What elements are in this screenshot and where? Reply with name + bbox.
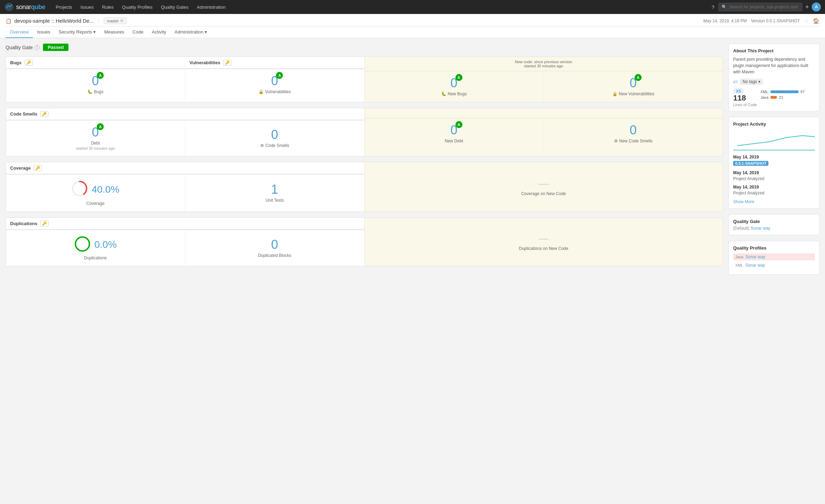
coverage-label: Coverage <box>86 201 104 206</box>
loc-row: XS 118 Lines of Code XML 97 Java 21 <box>733 88 815 107</box>
bugs-metric[interactable]: 0 A 🐛 Bugs <box>6 69 185 100</box>
code-smells-title: Code Smells <box>10 111 37 117</box>
new-bugs-icon: 🐛 <box>441 91 446 96</box>
qp-java-lang: Java <box>735 255 743 259</box>
tags-dropdown-icon: ▾ <box>758 79 760 84</box>
activity-item-version: May 14, 2019 0.0.1-SNAPSHOT <box>733 155 815 167</box>
new-vuln-label: 🔒 New Vulnerabilities <box>612 91 655 96</box>
dup-blocks-metric[interactable]: 0 Duplicated Blocks <box>185 230 364 266</box>
coverage-metric[interactable]: 40.0% Coverage <box>6 175 185 212</box>
quality-gate-row: Quality Gate ? Passed <box>6 44 723 51</box>
qp-xml-lang: XML <box>735 263 743 267</box>
debt-metric[interactable]: 0 A Debt started 30 minutes ago <box>6 120 185 156</box>
tab-measures[interactable]: Measures <box>100 27 128 38</box>
branch-settings-icon: ⚙ <box>120 18 124 23</box>
dup-blocks-label: Duplicated Blocks <box>258 253 291 258</box>
bugs-rating: A <box>97 72 104 79</box>
activity-date-2: May 14, 2019 <box>733 170 815 175</box>
new-code-banner-subtitle: started 30 minutes ago <box>367 64 720 68</box>
quality-gate-right: Quality Gate (Default) Sonar way <box>729 214 819 235</box>
new-debt-metric[interactable]: 0 A New Debt <box>365 118 544 149</box>
vuln-link-icon[interactable]: 🔑 <box>223 60 232 66</box>
new-vuln-metric[interactable]: 0 A 🔒 New Vulnerabilities <box>544 71 723 102</box>
activity-date-3: May 14, 2019 <box>733 185 815 190</box>
coverage-section: Coverage 🔑 <box>6 162 723 212</box>
dup-circle <box>74 236 91 253</box>
bugs-icon: 🐛 <box>87 89 93 94</box>
tab-issues[interactable]: Issues <box>33 27 54 38</box>
project-navigation: Overview Issues Security Reports ▾ Measu… <box>6 26 819 38</box>
search-input[interactable] <box>729 5 799 9</box>
tab-overview[interactable]: Overview <box>6 27 33 38</box>
help-icon[interactable]: ? <box>711 4 714 10</box>
about-title: About This Project <box>733 48 815 53</box>
quality-profiles-right: Quality Profiles Java Sonar way XML Sona… <box>729 241 819 275</box>
qg-right-title: Quality Gate <box>733 219 815 224</box>
new-code-banner-title: New code: since previous version <box>367 60 720 64</box>
unit-tests-metric[interactable]: 1 Unit Tests <box>185 175 364 212</box>
search-box[interactable]: 🔍 <box>718 3 802 11</box>
xml-lang-row: XML 97 <box>760 90 805 94</box>
dup-new-code[interactable]: — Duplications on New Code <box>519 233 568 251</box>
add-icon[interactable]: + <box>805 3 809 11</box>
unit-tests-label: Unit Tests <box>265 198 284 203</box>
code-smells-metric[interactable]: 0 ⚙ Code Smells <box>185 120 364 156</box>
vulnerabilities-metric[interactable]: 0 A 🔒 Vulnerabilities <box>185 69 364 100</box>
branch-badge[interactable]: master ⚙ <box>104 17 127 24</box>
duplications-section: Duplications 🔑 <box>6 217 723 266</box>
qp-xml-link[interactable]: Sonar way <box>745 263 765 268</box>
dup-link-icon[interactable]: 🔑 <box>40 221 49 227</box>
main-content: Quality Gate ? Passed Bugs 🔑 Vulnerabili… <box>0 38 825 280</box>
project-meta: 📋 devops-sample :: HelloWorld De... ⋮ ma… <box>6 14 819 26</box>
bugs-title: Bugs <box>10 60 22 65</box>
nav-administration[interactable]: Administration <box>194 5 229 10</box>
quality-gate-label: Quality Gate ? <box>6 45 39 50</box>
coverage-link-icon[interactable]: 🔑 <box>34 165 42 171</box>
coverage-new-code-label: Coverage on New Code <box>521 191 566 196</box>
coverage-new-code-value: — <box>521 178 566 189</box>
quality-gate-help[interactable]: ? <box>35 45 39 50</box>
nav-projects[interactable]: Projects <box>52 5 76 10</box>
nav-quality-gates[interactable]: Quality Gates <box>158 5 192 10</box>
debt-rating: A <box>97 123 104 130</box>
loc-label: Lines of Code <box>733 103 757 107</box>
quality-gate-status: Passed <box>43 44 69 51</box>
code-smells-label: ⚙ Code Smells <box>260 143 289 148</box>
vuln-icon: 🔒 <box>258 89 264 94</box>
tab-security-reports[interactable]: Security Reports ▾ <box>54 27 100 38</box>
logo[interactable]: sonarqube <box>4 2 45 12</box>
coverage-value: 40.0% <box>92 185 119 194</box>
duplications-title: Duplications <box>10 221 37 226</box>
activity-item-2: May 14, 2019 Project Analyzed <box>733 170 815 181</box>
new-code-smells-metric[interactable]: 0 ⚙ New Code Smells <box>544 118 723 149</box>
java-lang-count: 21 <box>779 95 783 99</box>
nav-issues[interactable]: Issues <box>77 5 97 10</box>
nav-quality-profiles[interactable]: Quality Profiles <box>118 5 156 10</box>
bugs-label: 🐛 Bugs <box>87 89 103 94</box>
xml-lang-label: XML <box>760 90 768 94</box>
coverage-circle <box>71 180 88 197</box>
activity-date-1: May 14, 2019 <box>733 155 815 160</box>
code-smells-link-icon[interactable]: 🔑 <box>40 111 49 117</box>
loc-value: 118 <box>733 94 757 103</box>
coverage-new-code[interactable]: — Coverage on New Code <box>521 178 566 196</box>
xml-lang-bar <box>771 90 798 93</box>
tab-code[interactable]: Code <box>129 27 148 38</box>
qp-java-link[interactable]: Sonar way <box>745 254 765 259</box>
nav-rules[interactable]: Rules <box>98 5 117 10</box>
java-lang-bar <box>771 96 777 99</box>
show-more-link[interactable]: Show More <box>733 199 754 204</box>
home-icon[interactable]: 🏠 <box>813 18 819 24</box>
tags-badge[interactable]: No tags ▾ <box>740 79 763 85</box>
qg-sonar-way-link[interactable]: Sonar way <box>751 226 771 231</box>
tab-activity[interactable]: Activity <box>148 27 170 38</box>
new-bugs-metric[interactable]: 0 A 🐛 New Bugs <box>365 71 544 102</box>
star-icon[interactable]: ☆ <box>804 18 809 24</box>
dup-value: 0.0% <box>94 240 117 250</box>
user-avatar[interactable]: A <box>812 2 821 12</box>
duplications-metric[interactable]: 0.0% Duplications <box>6 230 185 266</box>
tab-administration[interactable]: Administration ▾ <box>170 27 211 38</box>
about-project: About This Project Parent pom providing … <box>729 44 819 111</box>
bugs-link-icon[interactable]: 🔑 <box>24 60 33 66</box>
svg-point-2 <box>75 237 89 251</box>
